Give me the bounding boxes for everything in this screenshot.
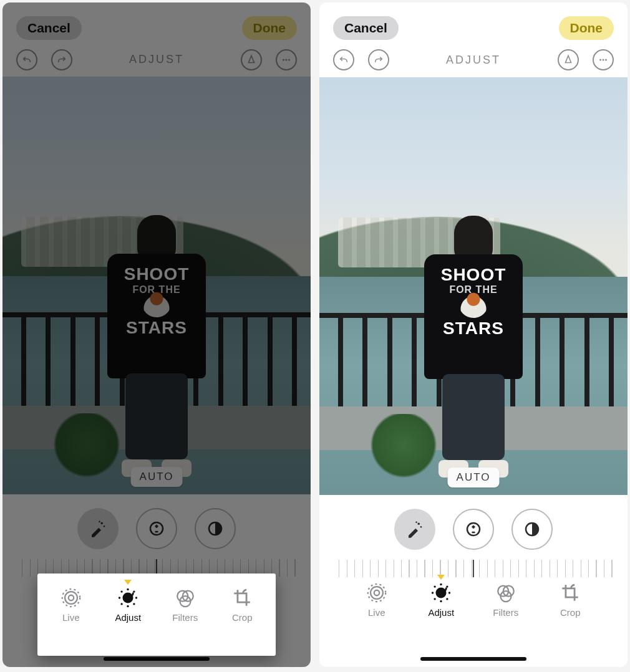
svg-point-35 [440,583,442,585]
svg-point-14 [119,597,120,598]
home-indicator[interactable] [420,657,526,661]
tool-exposure[interactable] [453,509,494,550]
tool-exposure[interactable] [136,508,177,549]
done-button[interactable]: Done [242,16,298,40]
redo-icon[interactable] [368,49,389,70]
tool-auto-enhance[interactable] [77,508,119,549]
svg-point-18 [121,603,123,605]
tab-live[interactable]: Live [47,587,95,623]
undo-icon[interactable] [333,49,354,70]
tab-crop[interactable]: Crop [546,582,594,618]
svg-point-2 [288,59,290,60]
undo-icon[interactable] [16,49,37,70]
svg-point-31 [374,590,380,596]
tab-label: Adjust [428,607,454,618]
photo-preview-area: SHOOT FOR THE STARS AUTO [319,77,628,495]
auto-badge[interactable]: AUTO [448,468,500,487]
svg-point-4 [104,526,105,527]
svg-point-25 [605,59,607,61]
edit-sub-bar: ADJUST [319,46,628,77]
tab-label: Live [62,612,80,623]
tab-adjust[interactable]: Adjust [104,587,152,623]
tab-crop[interactable]: Crop [218,587,266,623]
svg-point-42 [446,598,448,600]
svg-point-17 [133,590,135,592]
redo-icon[interactable] [51,49,72,70]
screenshot-right: Cancel Done ADJUST [319,2,628,667]
tool-brilliance[interactable] [195,508,236,549]
markup-icon[interactable] [241,49,262,70]
svg-point-26 [418,523,420,526]
svg-point-24 [603,59,604,61]
more-icon[interactable] [276,49,297,70]
svg-point-37 [432,592,434,593]
active-indicator-icon [124,580,132,585]
svg-point-32 [371,587,383,599]
tab-label: Live [368,607,385,618]
markup-icon[interactable] [558,49,579,70]
done-button[interactable]: Done [559,16,614,40]
adjust-tools-row [319,495,628,555]
tab-label: Crop [232,612,253,623]
svg-point-3 [101,522,104,525]
tab-adjust[interactable]: Adjust [417,582,465,618]
svg-point-36 [440,600,442,602]
tutorial-highlight-panel: Live Adjust Filters Crop [37,574,276,656]
bottom-tabs: Live Adjust Filters Crop [319,582,628,640]
mode-title: ADJUST [446,54,501,67]
svg-point-16 [121,590,123,592]
active-indicator-icon [437,575,445,580]
mode-title: ADJUST [129,53,184,66]
tab-label: Adjust [115,612,141,623]
screenshot-left: Cancel Done ADJUST [2,2,311,667]
tab-label: Filters [172,612,198,623]
cancel-button[interactable]: Cancel [333,16,399,40]
tab-live[interactable]: Live [352,582,401,618]
svg-point-41 [434,598,436,600]
tool-auto-enhance[interactable] [394,509,435,550]
top-bar: Cancel Done [319,2,628,46]
top-bar: Cancel Done [2,2,311,46]
svg-point-13 [127,605,129,607]
svg-point-5 [99,521,100,523]
svg-point-19 [133,603,135,605]
adjust-tools-row [2,494,311,554]
edit-sub-bar: ADJUST [2,46,311,77]
photo-subject-person: SHOOT FOR THE STARS [107,215,206,477]
cancel-button[interactable]: Cancel [16,16,82,40]
svg-point-27 [420,526,422,528]
svg-point-40 [446,585,448,587]
auto-badge[interactable]: AUTO [131,467,183,487]
more-icon[interactable] [593,49,614,70]
svg-point-12 [127,588,129,590]
svg-point-0 [283,59,284,60]
home-indicator[interactable] [104,657,210,661]
photo-preview[interactable]: SHOOT FOR THE STARS AUTO [319,77,628,495]
svg-point-39 [434,585,436,587]
tool-brilliance[interactable] [511,509,553,550]
photo-preview[interactable]: SHOOT FOR THE STARS AUTO [2,77,311,494]
svg-point-9 [65,592,77,604]
tab-label: Filters [493,607,518,618]
svg-point-8 [69,595,74,601]
svg-point-6 [150,522,163,535]
photo-subject-person: SHOOT FOR THE STARS [424,216,523,478]
tab-filters[interactable]: Filters [482,582,530,618]
svg-point-38 [448,592,450,593]
svg-point-1 [286,59,288,60]
adjust-slider[interactable] [319,555,628,582]
photo-preview-area: SHOOT FOR THE STARS AUTO [2,77,311,494]
tab-filters[interactable]: Filters [161,587,210,623]
svg-point-23 [599,59,601,61]
svg-point-29 [467,523,480,535]
svg-point-15 [135,597,137,598]
svg-point-28 [415,522,417,524]
tab-label: Crop [560,607,581,618]
